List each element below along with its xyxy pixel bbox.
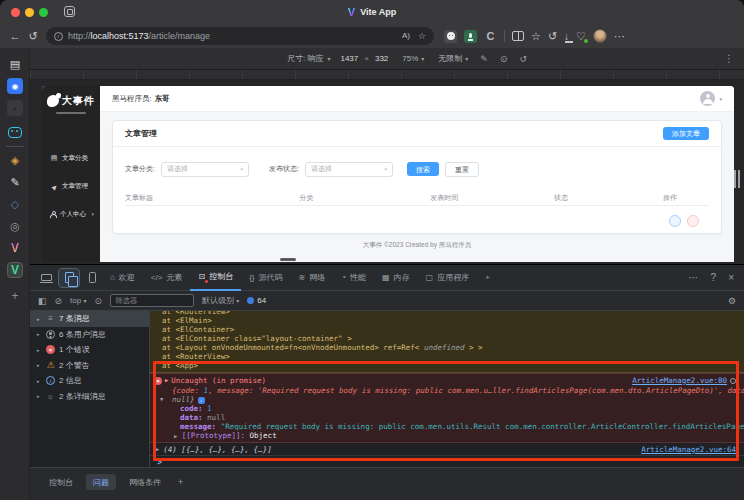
- minimize-window-button[interactable]: [25, 8, 34, 17]
- issues-counter[interactable]: 64: [247, 296, 266, 305]
- console-settings-gear-icon[interactable]: ⚙: [728, 296, 736, 306]
- devtools-help-icon[interactable]: ?: [711, 272, 717, 283]
- fullscreen-window-button[interactable]: [39, 8, 48, 17]
- browser-essentials-icon[interactable]: ♡: [576, 30, 586, 43]
- source-link[interactable]: ArticleManage2.vue:80: [632, 375, 727, 386]
- magnifier-icon[interactable]: [730, 378, 736, 384]
- expand-caret-icon: ▶: [174, 433, 177, 439]
- chevron-down-icon[interactable]: ▾: [719, 96, 722, 102]
- context-select[interactable]: top ▾: [70, 296, 86, 305]
- source-link[interactable]: ArticleManage2.vue:64: [641, 443, 736, 456]
- drawer-tab-network-conditions[interactable]: 网络条件: [122, 474, 168, 490]
- devtools-close-icon[interactable]: ×: [728, 272, 734, 283]
- url-text[interactable]: http://localhost:5173/article/manage: [68, 31, 397, 41]
- dock-app-notebook-icon[interactable]: ▤: [7, 56, 23, 72]
- tab-elements[interactable]: </>元素: [143, 265, 191, 291]
- console-filter-input[interactable]: [110, 294, 194, 307]
- console-sidebar-toggle-icon[interactable]: ◧: [38, 296, 47, 306]
- extension-panda-icon[interactable]: [444, 30, 457, 43]
- sidebar-item-article-manage[interactable]: ▶ 文章管理: [42, 176, 100, 196]
- dock-add-icon[interactable]: +: [7, 288, 23, 304]
- dock-app-dark-icon[interactable]: ▪: [7, 100, 23, 116]
- edit-article-button[interactable]: [669, 215, 681, 227]
- workspaces-icon[interactable]: [64, 6, 75, 17]
- object-prototype[interactable]: ▶ [[Prototype]]: Object: [150, 431, 744, 440]
- dock-app-vue-active-icon[interactable]: V: [7, 262, 23, 278]
- address-bar[interactable]: i http://localhost:5173/article/manage A…: [46, 27, 434, 45]
- throttling-select[interactable]: 无限制▾: [438, 53, 468, 64]
- live-expression-eye-icon[interactable]: ⊙: [94, 296, 102, 306]
- sidebar-item-user-center[interactable]: 个人中心 ▾: [42, 204, 100, 224]
- add-article-button[interactable]: 添加文章: [663, 127, 709, 140]
- site-info-icon[interactable]: i: [54, 32, 63, 41]
- eye-icon[interactable]: ⊙: [500, 54, 508, 64]
- tab-sources[interactable]: {}源代码: [241, 265, 290, 291]
- category-select[interactable]: 请选择 ▾: [161, 162, 249, 177]
- dock-app-record-icon[interactable]: ◎: [7, 218, 23, 234]
- clear-console-icon[interactable]: ⊘: [55, 296, 63, 306]
- viewport-resize-handle-right[interactable]: [734, 170, 736, 188]
- collections-icon[interactable]: ☆: [531, 30, 541, 43]
- sidebar-item-errors[interactable]: ▸×1 个错误: [30, 342, 149, 358]
- sidebar-item-info[interactable]: ▸i2 信息: [30, 373, 149, 389]
- expand-caret-icon[interactable]: ▶: [156, 443, 159, 456]
- viewport-width-input[interactable]: 1437: [340, 54, 358, 63]
- dock-app-draw-icon[interactable]: ✎: [7, 174, 23, 190]
- collapse-caret-icon[interactable]: ▼: [160, 396, 163, 402]
- tab-console[interactable]: ⊡控制台: [190, 265, 241, 291]
- viewport-height-input[interactable]: 332: [375, 54, 388, 63]
- phone-device-icon[interactable]: [82, 269, 102, 287]
- close-window-button[interactable]: [11, 8, 20, 17]
- drawer-tab-issues[interactable]: 问题: [86, 474, 116, 490]
- device-ruler: [30, 70, 744, 80]
- read-aloud-icon[interactable]: A): [402, 31, 410, 41]
- sidebar-item-all-messages[interactable]: ▸≡7 条消息: [30, 311, 149, 327]
- sidebar-item-article-category[interactable]: ▤ 文章分类: [42, 148, 100, 168]
- dock-app-hexagon-icon[interactable]: ◇: [7, 196, 23, 212]
- dock-app-vite-icon[interactable]: V: [7, 240, 23, 256]
- reset-button[interactable]: 重置: [445, 162, 479, 177]
- more-tabs-button[interactable]: +: [477, 265, 498, 291]
- split-screen-icon[interactable]: [512, 31, 524, 41]
- viewport-resize-handle-bottom[interactable]: [280, 258, 296, 261]
- history-icon[interactable]: ↺: [548, 30, 557, 43]
- favorite-star-icon[interactable]: ☆: [418, 31, 426, 41]
- sidebar-item-user-messages[interactable]: ▸6 条用户消息: [30, 327, 149, 343]
- expand-caret-icon[interactable]: ▶: [165, 375, 168, 386]
- inspect-device-icon[interactable]: [36, 269, 56, 287]
- extension-c-icon[interactable]: C: [484, 30, 497, 43]
- device-toolbar-toggle-icon[interactable]: [59, 269, 79, 287]
- sidebar-item-verbose[interactable]: ▸☼2 条详细消息: [30, 389, 149, 405]
- tab-memory[interactable]: ▦内存: [374, 265, 418, 291]
- drawer-more-tools-icon[interactable]: +: [174, 474, 187, 489]
- page-avatar[interactable]: [700, 91, 715, 106]
- reload-icon[interactable]: ↺: [24, 29, 42, 43]
- delete-article-button[interactable]: [687, 215, 699, 227]
- device-type-select[interactable]: 尺寸: 响应▾: [287, 53, 330, 64]
- console-array-log[interactable]: ▶ (4) [{…}, {…}, {…}, {…}] ArticleManage…: [150, 443, 744, 456]
- devtools-more-icon[interactable]: ⋯: [689, 272, 699, 283]
- downloads-icon[interactable]: ↓: [564, 31, 569, 42]
- rotate-icon[interactable]: ↺: [519, 54, 527, 64]
- dock-app-camera-icon[interactable]: ◉: [7, 78, 23, 94]
- settings-more-icon[interactable]: ⋯: [614, 30, 625, 43]
- device-more-options-icon[interactable]: ⋮: [724, 53, 734, 64]
- pen-icon[interactable]: ✎: [480, 54, 488, 64]
- profile-avatar[interactable]: [593, 29, 607, 43]
- zoom-select[interactable]: 75%▾: [402, 54, 424, 63]
- tab-welcome[interactable]: ⌂欢迎: [102, 265, 143, 291]
- log-level-select[interactable]: 默认级别 ▾: [202, 295, 239, 306]
- search-button[interactable]: 搜索: [407, 162, 439, 176]
- back-icon[interactable]: ←: [6, 29, 24, 43]
- tab-performance[interactable]: ◔性能: [333, 265, 374, 291]
- sidebar-item-warnings[interactable]: ▸⚠2 个警告: [30, 358, 149, 374]
- tab-network[interactable]: ≋网络: [290, 265, 333, 291]
- error-object-preview[interactable]: ▼ {code: 1, message: 'Required request b…: [150, 386, 744, 404]
- console-prompt[interactable]: >: [150, 456, 744, 467]
- drawer-tab-console[interactable]: 控制台: [42, 474, 80, 490]
- dock-app-layers-icon[interactable]: ◈: [7, 152, 23, 168]
- tab-application[interactable]: ▢应用程序: [418, 265, 478, 291]
- status-select[interactable]: 请选择 ▾: [305, 162, 393, 177]
- extension-recorder-icon[interactable]: [464, 30, 477, 43]
- dock-app-tv-robot-icon[interactable]: [7, 122, 23, 138]
